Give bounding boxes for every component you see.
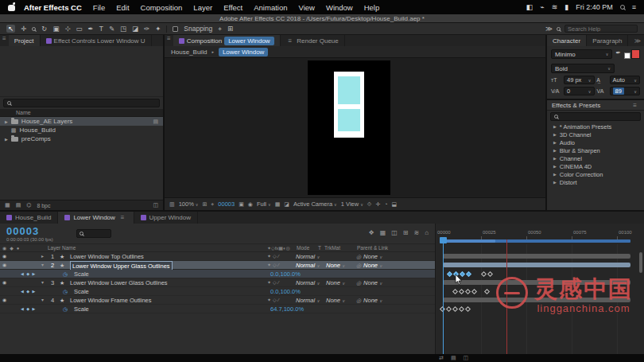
expander-icon[interactable]: ▾ [41, 278, 44, 287]
list-item[interactable]: ▶ ▩ House_Build [0, 126, 163, 134]
tab-project[interactable]: Project [9, 35, 41, 46]
expander-icon[interactable]: ▸ [41, 252, 44, 261]
stopwatch-icon[interactable]: ◷ [63, 270, 68, 278]
bpc-indicator[interactable]: 8 bpc [37, 203, 50, 208]
expander-icon[interactable]: ▶ [5, 137, 8, 142]
list-item[interactable]: ▶* Animation Presets [547, 123, 644, 130]
effects-presets-header[interactable]: Effects & Presets ≡ [547, 100, 644, 111]
stroke-color-swatch[interactable] [624, 53, 630, 59]
apple-menu-icon[interactable] [8, 3, 15, 11]
draft-3d-icon[interactable]: ▦ [380, 229, 386, 236]
toggle-switches-icon[interactable]: ⇄ [439, 355, 444, 361]
breadcrumb-current[interactable]: Lower Window [219, 48, 268, 56]
snap-options-icon[interactable]: ⌖ [218, 25, 222, 33]
expand-transfer-icon[interactable]: ▤ [451, 355, 456, 361]
comp-mini-flowchart-icon[interactable]: ❖ [368, 229, 374, 236]
window-titlebar[interactable]: Adobe After Effects CC 2018 - /Users/Fut… [0, 14, 644, 23]
list-item[interactable]: ▶Blur & Sharpen [547, 146, 644, 154]
composition-canvas[interactable] [308, 60, 390, 195]
keyframe-diamond[interactable] [452, 306, 458, 312]
always-preview-icon[interactable]: ▥ [169, 201, 175, 208]
list-item[interactable]: ▶Audio [547, 138, 644, 146]
motion-blur-icon[interactable]: ≋ [413, 229, 419, 236]
menu-layer[interactable]: Layer [188, 3, 218, 12]
camera-tool-icon[interactable]: ▣ [52, 25, 59, 33]
selection-tool-icon[interactable]: ↖ [6, 25, 15, 33]
layer-name[interactable]: Lower Window Top Outlines [70, 252, 144, 261]
magnification-select[interactable]: 100%∨ [179, 200, 199, 208]
menu-composition[interactable]: Composition [135, 3, 188, 12]
keyframe-diamond[interactable] [466, 271, 471, 277]
keyframe-nav[interactable]: ◀ ◆ ▶ [21, 305, 36, 313]
layer-name[interactable]: Lower Window Lower Glass Outlines [70, 278, 168, 287]
layer-duration-bar[interactable] [443, 280, 630, 285]
playhead-line[interactable] [443, 239, 444, 354]
expander-icon[interactable]: ▾ [41, 261, 44, 270]
keyframe-diamond[interactable] [452, 289, 458, 294]
project-settings-icon[interactable]: ⌬ [26, 202, 31, 208]
menu-app-name[interactable]: After Effects CC [18, 3, 87, 12]
layer-name[interactable]: Lower Window Frame Outlines [70, 296, 152, 305]
menu-help[interactable]: Help [359, 3, 386, 12]
keyframe-diamond[interactable] [446, 306, 452, 312]
grid-guides-icon[interactable]: ⊞ [202, 201, 207, 208]
scale-value[interactable]: 0.0,100.0% [270, 287, 301, 296]
layer-switches[interactable]: ✦◇∕ [267, 278, 281, 287]
breadcrumb-parent[interactable]: House_Build [171, 49, 207, 56]
puppet-pin-tool-icon[interactable]: ✦ [155, 25, 161, 33]
list-item[interactable]: ▶ preComps [0, 134, 163, 143]
brush-tool-icon[interactable]: ✎ [109, 25, 114, 33]
menu-file[interactable]: File [87, 3, 111, 12]
graph-editor-icon[interactable]: ⌂ [425, 229, 429, 236]
delete-icon[interactable]: ◫ [153, 202, 158, 208]
pan-behind-tool-icon[interactable]: ⊹ [64, 25, 70, 33]
expand-inout-icon[interactable]: ◫ [464, 355, 469, 361]
project-name-header[interactable]: Name [0, 109, 163, 117]
keyframe-diamond[interactable] [459, 306, 464, 312]
fill-stroke-swatches[interactable] [624, 49, 640, 61]
menu-edit[interactable]: Edit [111, 3, 134, 12]
frame-blending-icon[interactable]: ⊞ [403, 229, 409, 236]
more-panels-icon[interactable]: ≫ [631, 35, 644, 46]
interpret-footage-icon[interactable]: ▦ [5, 202, 10, 208]
wifi-icon[interactable]: ≋ [552, 3, 558, 11]
table-row[interactable]: ◀ ◆ ▶ ◷ Scale 64.7,100.0% [0, 305, 435, 313]
font-size-select[interactable]: 49 px ∨ [564, 76, 595, 84]
type-tool-icon[interactable]: T [99, 25, 103, 33]
expander-icon[interactable]: ▶ [5, 119, 8, 124]
transparency-grid-icon[interactable]: ◪ [284, 201, 289, 208]
layer-duration-bar[interactable] [443, 254, 630, 259]
pen-tool-icon[interactable]: ✒ [88, 25, 94, 33]
keyframe-nav[interactable]: ◀ ◆ ▶ [21, 287, 36, 296]
table-row[interactable]: ◉ ▾ 4 ★ Lower Window Frame Outlines ✦◇∕ … [0, 296, 435, 305]
playhead-handle[interactable] [440, 237, 447, 243]
search-help-input[interactable] [564, 25, 638, 33]
snapshot-icon[interactable]: ▣ [239, 201, 244, 208]
list-item[interactable]: ▶Distort [547, 178, 644, 186]
work-area-highlight[interactable] [443, 239, 495, 243]
view-layout-select[interactable]: 1 View∨ [341, 200, 363, 208]
layer-switches[interactable]: ✦◇∕ [267, 252, 281, 261]
workspace-chevrons-icon[interactable]: ≫ [545, 25, 553, 33]
keyboard-icon[interactable]: ⌁ [540, 3, 544, 11]
tab-composition[interactable]: Composition Lower Window [173, 35, 281, 46]
snapping-checkbox[interactable] [173, 26, 178, 32]
battery-icon[interactable]: ▮ [564, 3, 568, 11]
table-row[interactable]: ◉ ▾ 3 ★ Lower Window Lower Glass Outline… [0, 278, 435, 287]
property-scale[interactable]: Scale [74, 287, 89, 296]
roto-brush-tool-icon[interactable]: ✑ [144, 25, 149, 33]
list-item[interactable]: ▶CINEMA 4D [547, 162, 644, 170]
layer-switches[interactable]: ✦◇∕ [267, 296, 281, 305]
list-item[interactable]: ▶Channel [547, 154, 644, 162]
eye-icon[interactable]: ◉ [2, 278, 6, 287]
resolution-select[interactable]: Full∨ [257, 200, 271, 208]
list-item[interactable]: ▶ House_AE Layers ▤ [0, 117, 163, 126]
kerning-select[interactable]: 0 ∨ [564, 87, 595, 95]
panel-menu-icon[interactable]: ≡ [165, 35, 173, 46]
property-scale[interactable]: Scale [74, 305, 89, 313]
effects-search-input[interactable] [550, 112, 641, 121]
zoom-tool-icon[interactable] [32, 27, 36, 31]
layer-duration-bar[interactable] [443, 263, 630, 267]
panel-menu-icon[interactable]: ≡ [0, 35, 9, 46]
eye-icon[interactable]: ◉ [2, 296, 6, 305]
